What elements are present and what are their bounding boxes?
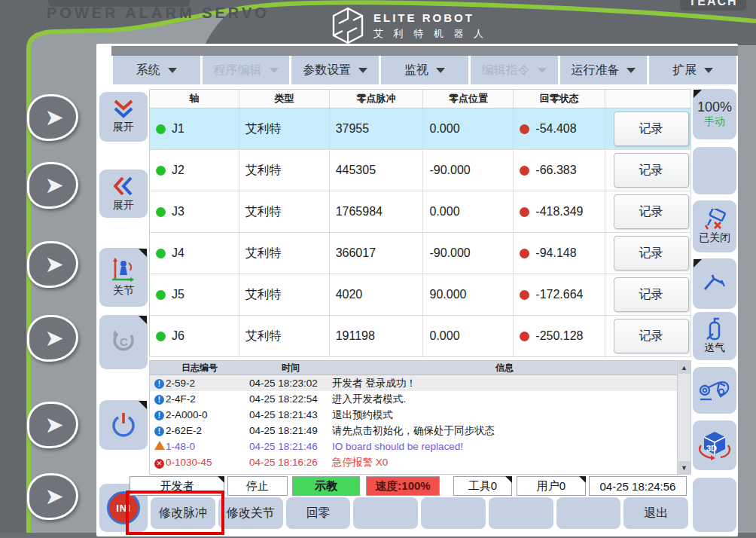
indicator-labels: POWER ALARM SERVO [47, 5, 270, 22]
status-run-state[interactable]: 停止 [227, 476, 288, 496]
table-row-j1[interactable]: J1 艾利特 37955 0.000 -54.408 记录 [150, 109, 691, 150]
menu-extend[interactable]: 扩展 [649, 56, 736, 84]
col-header-zero-pulse: 零点脉冲 [330, 90, 424, 108]
log-rows: ! 2-59-2 04-25 18:23:02 开发者 登录成功！ ! 2-4F… [150, 375, 677, 474]
axis-status-dot [156, 332, 166, 341]
svg-text:C: C [120, 335, 128, 348]
brand-name-cn: 艾 利 特 机 器 人 [373, 27, 487, 41]
tool-closed-button[interactable]: 已关闭 [693, 200, 736, 252]
record-button-j5[interactable]: 记录 [614, 277, 689, 312]
col-header-zero-position: 零点位置 [423, 90, 514, 108]
col-header-record [605, 90, 691, 108]
air-supply-button[interactable]: 送气 [693, 312, 736, 360]
brand-logo: ELITE ROBOT 艾 利 特 机 器 人 [331, 7, 487, 44]
scroll-up-icon[interactable]: ▲ [678, 361, 690, 374]
home-status-dot [520, 124, 529, 134]
corner-marker [694, 90, 702, 98]
corner-marker [218, 476, 224, 483]
joint-mode-button[interactable]: 关节 [99, 248, 148, 307]
menu-monitor[interactable]: 监视 [381, 56, 468, 84]
log-col-message: 信息 [332, 361, 677, 374]
axis-status-dot [156, 249, 166, 258]
double-chevron-down-icon [112, 99, 135, 119]
fn-empty-button[interactable] [353, 497, 418, 529]
arrow-icon: ➤ [44, 253, 63, 276]
gas-cylinder-icon [704, 317, 725, 341]
menu-system[interactable]: 系统 [113, 56, 200, 84]
scroll-down-icon[interactable]: ▼ [678, 461, 690, 474]
teach-tab: TEACH [680, 0, 746, 11]
arrow-icon: ➤ [44, 174, 63, 197]
error-icon: ✕ [153, 457, 166, 469]
svg-text:3D: 3D [706, 444, 717, 453]
arrow-icon: ➤ [44, 106, 63, 129]
log-entry[interactable]: ! 2-4F-2 04-25 18:22:54 进入开发者模式. [150, 391, 677, 407]
col-header-axis: 轴 [150, 90, 239, 108]
right-empty-button-1[interactable] [693, 147, 736, 194]
expand-down-button[interactable]: 展开 [99, 92, 148, 142]
robot-arm-icon [698, 377, 731, 404]
info-icon: ! [153, 393, 166, 405]
cube-3d-icon: 3D [697, 429, 733, 462]
log-col-id: 日志编号 [150, 361, 249, 374]
menu-run-prepare[interactable]: 运行准备 [560, 56, 648, 84]
fn-modify-joint-button[interactable]: 修改关节 [218, 497, 283, 529]
fn-empty-button[interactable] [556, 497, 621, 529]
table-row-j4[interactable]: J4 艾利特 366017 -90.000 -94.148 记录 [150, 233, 691, 274]
joint-table-header: 轴 类型 零点脉冲 零点位置 回零状态 [150, 90, 691, 109]
arrow-icon: ➤ [44, 485, 63, 508]
speed-mode-button[interactable]: 100% 手动 [693, 89, 736, 139]
table-row-j5[interactable]: J5 艾利特 4020 90.000 -172.664 记录 [150, 274, 691, 316]
brand-name-en: ELITE ROBOT [373, 11, 487, 24]
log-entry[interactable]: 1-48-0 04-25 18:21:46 IO board should be… [150, 439, 677, 454]
status-teach-mode[interactable]: 示教 [292, 476, 360, 496]
expand-left-button[interactable]: 展开 [99, 170, 148, 218]
table-row-j3[interactable]: J3 艾利特 1765984 0.000 -418.349 记录 [150, 191, 691, 233]
torch-tool-button[interactable] [693, 258, 736, 309]
menu-edit-command: 编辑指令 [471, 56, 558, 84]
log-entry[interactable]: ! 2-59-2 04-25 18:23:02 开发者 登录成功！ [150, 375, 677, 391]
corner-marker [505, 476, 512, 483]
corner-marker [694, 259, 702, 267]
fn-empty-button[interactable] [421, 497, 486, 529]
table-row-j6[interactable]: J6 艾利特 191198 0.000 -250.128 记录 [150, 316, 691, 357]
fn-exit-button[interactable]: 退出 [623, 497, 688, 529]
record-button-j1[interactable]: 记录 [614, 112, 689, 146]
record-button-j2[interactable]: 记录 [614, 153, 689, 188]
view-3d-button[interactable]: 3D [693, 420, 736, 470]
chevron-down-icon [626, 68, 636, 73]
axis-status-dot [156, 207, 166, 217]
fn-empty-button[interactable] [489, 497, 553, 529]
record-button-j6[interactable]: 记录 [614, 319, 689, 353]
record-button-j4[interactable]: 记录 [614, 236, 689, 271]
robot-arm-button[interactable] [693, 367, 736, 414]
cycle-mode-button: C [99, 315, 148, 369]
chevron-down-icon [704, 68, 713, 73]
double-chevron-left-icon [114, 175, 133, 197]
power-button[interactable] [99, 400, 148, 450]
log-entry[interactable]: ! 2-62E-2 04-25 18:21:49 请先点击初始化，确保处于同步状… [150, 423, 677, 439]
cycle-icon: C [110, 328, 137, 355]
log-entry[interactable]: ✕ 0-1030-45 04-25 18:16:26 急停报警 X0 [150, 454, 677, 470]
table-row-j2[interactable]: J2 艾利特 445305 -90.000 -66.383 记录 [150, 150, 691, 191]
joint-table: 轴 类型 零点脉冲 零点位置 回零状态 J1 艾利特 37955 0.000 -… [149, 89, 691, 357]
status-user-frame[interactable]: 用户0 [517, 476, 586, 496]
status-speed[interactable]: 速度:100% [366, 476, 440, 496]
fn-home-button[interactable]: 回零 [286, 497, 351, 529]
arrow-icon: ➤ [44, 327, 63, 350]
menu-bar: 系统 程序编辑 参数设置 监视 编辑指令 运行准备 扩展 [113, 56, 736, 84]
chevron-down-icon [436, 68, 445, 73]
function-key-row: 修改脉冲 修改关节 回零 退出 [151, 497, 688, 529]
log-entry[interactable]: ! 2-A000-0 04-25 18:21:43 退出预约模式 [150, 407, 677, 423]
record-button-j3[interactable]: 记录 [614, 194, 689, 229]
status-tool[interactable]: 工具0 [453, 476, 512, 496]
menu-parameter-settings[interactable]: 参数设置 [291, 56, 379, 84]
power-icon [110, 411, 137, 439]
chevron-down-icon [168, 68, 177, 73]
right-empty-button-2[interactable] [693, 478, 736, 532]
home-status-dot [520, 166, 529, 176]
col-header-type: 类型 [239, 90, 330, 108]
axis-status-dot [156, 290, 166, 300]
log-scrollbar[interactable]: ▲ ▼ [677, 361, 690, 474]
corner-marker [139, 401, 147, 409]
